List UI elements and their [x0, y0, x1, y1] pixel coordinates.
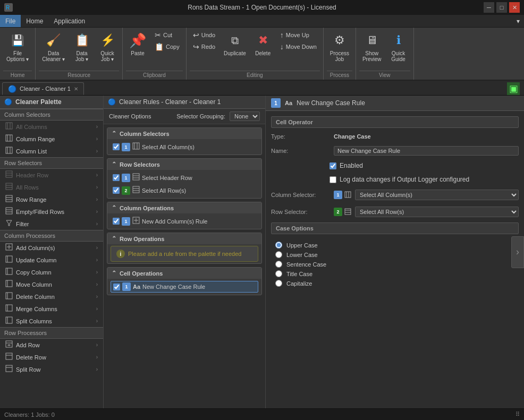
undo-button[interactable]: ↩ Undo	[190, 30, 218, 40]
palette-item-add-columns[interactable]: Add Column(s) ›	[0, 242, 103, 254]
palette-header-label: Cleaner Palette	[15, 98, 62, 106]
move-column-arrow: ›	[96, 281, 98, 287]
log-label: Log data changes if Output Logger config…	[340, 176, 469, 183]
data-job-icon: 📋	[73, 32, 90, 49]
rule-section-cell-operations-header[interactable]: ⌃ Cell Operations	[107, 268, 261, 279]
menu-expand-icon[interactable]: ▾	[512, 16, 524, 27]
quick-job-button[interactable]: ⚡ QuickJob ▾	[96, 30, 119, 64]
ribbon-group-process-content: ⚙ ProcessJob	[327, 30, 352, 70]
upper-case-option[interactable]: Upper Case	[275, 242, 514, 248]
show-preview-button[interactable]: 🖥 ShowPreview	[359, 30, 385, 64]
palette-item-split-row[interactable]: Split Row ›	[0, 363, 103, 375]
new-add-column-rule-checkbox[interactable]	[113, 218, 120, 225]
palette-item-delete-column[interactable]: Delete Column ›	[0, 290, 103, 303]
menu-item-application[interactable]: Application	[48, 15, 90, 27]
rule-item-select-all-rows[interactable]: 2 Select All Row(s)	[111, 185, 258, 196]
capitalize-radio[interactable]	[275, 280, 282, 287]
select-all-columns-num: 1	[122, 143, 130, 151]
sentence-case-radio[interactable]	[275, 261, 282, 268]
column-selector-select[interactable]: Select All Column(s)	[355, 190, 519, 200]
select-header-row-checkbox[interactable]	[113, 174, 120, 181]
file-options-button[interactable]: 💾 FileOptions ▾	[3, 30, 32, 64]
rule-section-row-operations-header[interactable]: ⌃ Row Operations	[107, 233, 261, 244]
rule-item-new-add-column-rule[interactable]: 1 New Add Column(s) Rule	[111, 216, 258, 227]
status-bar: Cleaners: 1 Jobs: 0 ⠿	[0, 408, 524, 420]
palette-item-row-range[interactable]: Row Range ›	[0, 193, 103, 205]
quick-guide-button[interactable]: ℹ QuickGuide	[387, 30, 410, 64]
menu-item-file[interactable]: File	[0, 15, 21, 27]
palette-item-move-column[interactable]: Move Column ›	[0, 278, 103, 290]
palette-item-copy-column[interactable]: Copy Column ›	[0, 266, 103, 278]
collapse-icon-col-sel: ⌃	[112, 130, 116, 137]
rule-section-cell-operations-body: 1 Aa New Change Case Rule	[107, 279, 261, 295]
filter-label: Filter	[16, 221, 93, 227]
svg-rect-5	[6, 135, 12, 141]
section-row-selectors: Row Selectors	[0, 157, 103, 169]
rule-item-new-change-case-rule[interactable]: 1 Aa New Change Case Rule	[111, 281, 258, 293]
rule-item-select-header-row[interactable]: 1 Select Header Row	[111, 172, 258, 183]
palette-item-delete-row[interactable]: Delete Row ›	[0, 351, 103, 363]
close-button[interactable]: ✕	[509, 2, 520, 13]
lower-case-option[interactable]: Lower Case	[275, 251, 514, 258]
paste-button[interactable]: 📌 Paste	[126, 30, 149, 58]
minimize-button[interactable]: ─	[484, 2, 494, 13]
delete-column-label: Delete Column	[16, 294, 93, 300]
redo-button[interactable]: ↪ Redo	[190, 41, 218, 52]
copy-button[interactable]: 📋 Copy	[151, 41, 183, 52]
palette-item-filter[interactable]: Filter ›	[0, 218, 103, 230]
duplicate-button[interactable]: ⧉ Duplicate	[221, 30, 249, 58]
process-job-button[interactable]: ⚙ ProcessJob	[327, 30, 352, 64]
palette-scroll[interactable]: Column Selectors All Columns › Column Ra…	[0, 109, 103, 408]
move-up-button[interactable]: ↑ Move Up	[277, 30, 320, 40]
column-selector-row: Column Selector: 1 Select All Column(s)	[271, 188, 519, 201]
palette-item-merge-columns[interactable]: Merge Columns ›	[0, 303, 103, 315]
rules-scroll[interactable]: ⌃ Column Selectors 1 Select All Column(s…	[104, 124, 265, 408]
palette-item-column-range[interactable]: Column Range ›	[0, 133, 103, 145]
window-title: Rons Data Stream - 1 Open Document(s) - …	[188, 4, 336, 11]
upper-case-radio[interactable]	[275, 242, 282, 248]
delete-button[interactable]: ✖ Delete	[251, 30, 275, 58]
rule-item-select-all-columns[interactable]: 1 Select All Column(s)	[111, 141, 258, 152]
select-all-columns-checkbox[interactable]	[113, 143, 120, 150]
tab-close-button[interactable]: ✕	[74, 86, 78, 92]
sentence-case-option[interactable]: Sentence Case	[275, 261, 514, 268]
collapse-icon-row-ops: ⌃	[112, 235, 116, 242]
tab-cleaner-1[interactable]: 🔵 Cleaner - Cleaner 1 ✕	[2, 82, 84, 95]
nav-arrow-right[interactable]: ›	[511, 236, 524, 268]
palette-item-empty-filled-rows[interactable]: Empty/Filled Rows ›	[0, 205, 103, 218]
svg-rect-8	[6, 147, 12, 153]
selector-grouping-select[interactable]: None And Or	[230, 112, 260, 121]
empty-filled-rows-icon	[5, 207, 13, 216]
capitalize-option[interactable]: Capitalize	[275, 280, 514, 287]
lower-case-radio[interactable]	[275, 251, 282, 258]
title-case-radio[interactable]	[275, 270, 282, 277]
case-options-section-title: Case Options	[271, 222, 519, 234]
data-cleaner-button[interactable]: 🧹 DataCleaner ▾	[39, 30, 68, 64]
move-down-button[interactable]: ↓ Move Down	[277, 41, 320, 52]
menu-bar: File Home Application ▾	[0, 15, 524, 28]
title-case-option[interactable]: Title Case	[275, 270, 514, 277]
palette-item-split-columns[interactable]: Split Columns ›	[0, 315, 103, 327]
log-checkbox[interactable]	[329, 176, 336, 183]
select-all-rows-checkbox[interactable]	[113, 187, 120, 194]
column-range-label: Column Range	[16, 136, 93, 142]
rule-section-column-operations-header[interactable]: ⌃ Column Operations	[107, 202, 261, 213]
split-columns-label: Split Columns	[16, 318, 93, 324]
data-job-button[interactable]: 📋 DataJob ▾	[70, 30, 94, 64]
rule-section-row-selectors-header[interactable]: ⌃ Row Selectors	[107, 159, 261, 170]
rule-section-column-selectors-header[interactable]: ⌃ Column Selectors	[107, 128, 261, 139]
palette-item-add-row[interactable]: Add Row ›	[0, 339, 103, 351]
new-change-case-rule-checkbox[interactable]	[113, 284, 120, 290]
type-value: Change Case	[334, 133, 371, 140]
maximize-button[interactable]: □	[496, 2, 507, 13]
enabled-checkbox[interactable]	[329, 162, 336, 169]
name-input[interactable]	[334, 146, 519, 156]
cut-button[interactable]: ✂ Cut	[151, 30, 183, 40]
collapse-icon-row-sel: ⌃	[112, 161, 116, 168]
palette-item-update-column[interactable]: Update Column ›	[0, 254, 103, 266]
menu-item-home[interactable]: Home	[21, 15, 48, 27]
palette-item-column-list[interactable]: Column List ›	[0, 145, 103, 157]
move-up-icon: ↑	[280, 31, 284, 39]
show-preview-label: ShowPreview	[362, 50, 382, 62]
row-selector-select[interactable]: Select All Row(s)	[355, 207, 519, 217]
